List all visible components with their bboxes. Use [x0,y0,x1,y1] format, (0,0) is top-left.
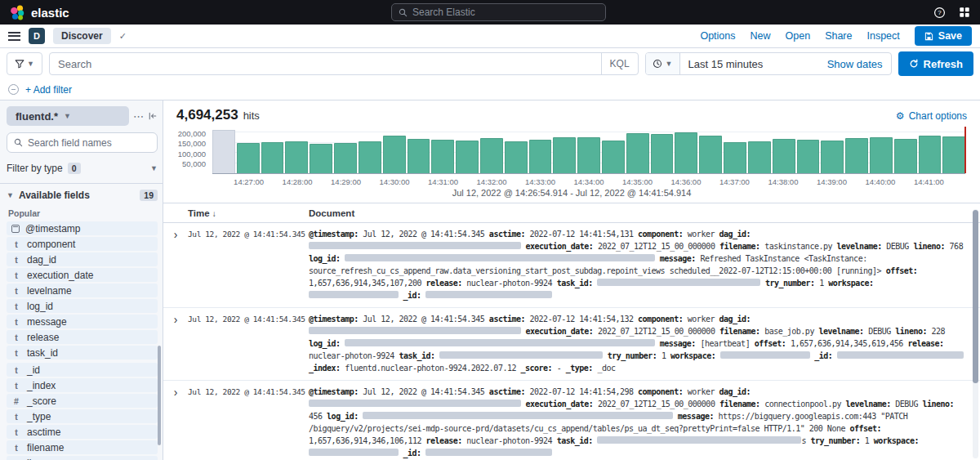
field-item-task_id[interactable]: ttask_id [7,346,158,360]
doc-table-body: ›Jul 12, 2022 @ 14:41:54.345@timestamp: … [163,223,980,460]
histogram-bar[interactable] [942,136,965,173]
refresh-button[interactable]: Refresh [898,51,973,76]
kql-search-box[interactable]: KQL [49,52,639,75]
show-dates-link[interactable]: Show dates [819,58,891,70]
expand-row-icon[interactable]: › [163,313,188,374]
histogram-bar[interactable] [408,139,430,173]
doc-field-key: filename: [719,327,760,336]
histogram-bar[interactable] [919,136,942,173]
nav-link-open[interactable]: Open [786,30,811,42]
space-badge[interactable]: D [29,28,45,44]
histogram-bar[interactable] [577,137,600,173]
field-item-_id[interactable]: t_id [7,363,158,377]
histogram-bar[interactable] [553,137,576,173]
histogram-bar[interactable] [651,134,674,173]
histogram-bar[interactable] [456,141,479,173]
doc-field-value: taskinstance.py [764,242,832,251]
histogram-bar[interactable] [505,141,528,173]
redacted-value [363,412,673,419]
doc-field-key: _index: [309,364,341,373]
histogram-bar[interactable] [285,141,308,173]
scrollbar-thumb[interactable] [973,210,978,383]
kql-language-button[interactable]: KQL [601,53,638,74]
histogram-bar[interactable] [431,140,454,173]
histogram-bar[interactable] [870,137,893,173]
histogram-bar[interactable] [334,143,357,173]
nav-link-share[interactable]: Share [825,30,852,42]
histogram-bar[interactable] [748,141,771,173]
nav-link-options[interactable]: Options [700,30,735,42]
expand-row-icon[interactable]: › [163,228,188,301]
saved-query-menu-button[interactable]: ▼ [7,52,42,75]
time-range-value[interactable]: Last 15 minutes [680,58,819,70]
histogram-bar[interactable] [699,136,722,173]
field-search-input[interactable] [28,137,150,149]
nav-link-inspect[interactable]: Inspect [866,30,899,42]
doc-field-value: worker [688,315,715,324]
x-axis-tick: 14:39:00 [817,177,847,186]
histogram-bar[interactable] [724,142,746,173]
field-search[interactable] [7,132,158,153]
histogram-bar[interactable] [359,141,381,173]
add-filter-link[interactable]: + Add filter [25,84,72,96]
histogram-bar[interactable] [529,140,552,173]
menu-icon[interactable] [8,32,20,41]
global-search-input[interactable] [412,7,599,18]
field-item-_type[interactable]: t_type [7,409,158,423]
time-column-header[interactable]: Time↓ [188,208,309,218]
sidebar-scrollbar[interactable] [158,346,161,445]
histogram-bar[interactable] [602,141,625,173]
chart-options-link[interactable]: ⚙ Chart options [896,110,967,122]
field-item-dag_id[interactable]: tdag_id [7,252,158,266]
discover-main: 4,694,253 hits ⚙ Chart options 200,00015… [163,100,980,460]
histogram-bar[interactable] [310,144,332,173]
doc-field-key: asctime: [489,387,525,396]
nav-link-new[interactable]: New [751,30,771,42]
collapse-sidebar-icon[interactable] [148,111,158,121]
field-item-_score[interactable]: #_score [7,394,158,408]
histogram-bar[interactable] [845,138,868,173]
histogram-bar[interactable] [773,139,795,173]
doc-field-value: Jul 12, 2022 @ 14:41:54.345 [363,315,484,324]
available-fields-toggle[interactable]: ▼ Available fields 19 [7,186,158,204]
table-scrollbar[interactable] [973,209,978,458]
histogram-bar[interactable] [894,139,917,173]
histogram-bar[interactable] [480,138,503,173]
kql-search-input[interactable] [50,58,601,70]
index-pattern-select[interactable]: fluentd.* ▼ [7,106,129,126]
histogram-plot [212,127,965,174]
histogram-bar[interactable] [626,133,649,173]
doc-field-key: filename: [719,400,760,409]
field-item-levelname[interactable]: tlevelname [7,284,158,297]
expand-row-icon[interactable]: › [163,386,188,459]
field-item-_index[interactable]: t_index [7,378,158,392]
filter-set-icon[interactable] [8,84,19,95]
deployment-icon[interactable] [959,7,970,18]
histogram-bar[interactable] [383,136,406,173]
ellipsis-icon[interactable]: ⋯ [133,110,144,123]
histogram-bar[interactable] [237,143,260,173]
field-item-log_id[interactable]: tlog_id [7,299,158,313]
histogram-bar[interactable] [675,132,697,173]
histogram-bar[interactable] [212,130,235,173]
histogram-bar[interactable] [821,141,844,173]
field-item-execution_date[interactable]: texecution_date [7,268,158,282]
global-search[interactable] [391,3,606,21]
field-item-component[interactable]: tcomponent [7,237,158,251]
time-picker-quick-menu[interactable]: ▼ [646,53,680,74]
filter-by-type-toggle[interactable]: Filter by type 0 ▼ [7,159,158,177]
help-icon[interactable]: ? [933,7,946,19]
histogram-bar[interactable] [261,142,284,173]
field-item-@timestamp[interactable]: @timestamp [7,221,158,235]
save-button[interactable]: Save [915,26,972,46]
field-item-lineno[interactable]: #lineno [7,456,158,460]
field-item-asctime[interactable]: tasctime [7,425,158,439]
field-item-filename[interactable]: tfilename [7,440,158,454]
doc-field-value: nuclear-photon-9924 [466,436,552,445]
field-item-message[interactable]: tmessage [7,315,158,328]
field-item-release[interactable]: trelease [7,330,158,344]
redacted-value [309,449,399,456]
elastic-brand: elastic [10,5,69,20]
breadcrumb-discover[interactable]: Discover [53,28,111,44]
histogram-bar[interactable] [797,140,820,173]
